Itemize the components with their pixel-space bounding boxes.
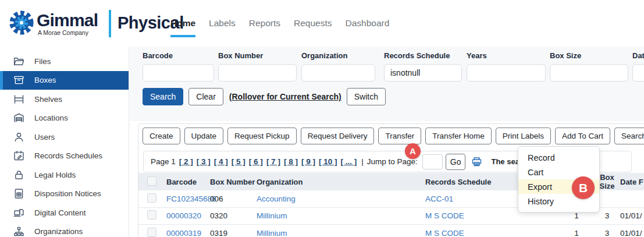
shelf-icon	[13, 93, 25, 105]
box-icon	[13, 74, 25, 86]
barcode-link[interactable]: FC102345686	[166, 194, 216, 203]
column-header-organization[interactable]: Organization	[257, 178, 425, 186]
go-button[interactable]: Go	[446, 154, 466, 170]
filter-field-years: Years	[467, 51, 546, 82]
column-header-date[interactable]: Date F	[620, 178, 644, 186]
years-label: Years	[467, 51, 546, 60]
box-number-cell: 0320	[210, 211, 257, 220]
records-schedule-link[interactable]: M S CODE	[425, 211, 464, 220]
row-checkbox[interactable]	[147, 228, 156, 237]
clear-button[interactable]: Clear	[188, 88, 223, 105]
row-checkbox[interactable]	[147, 210, 156, 220]
barcode-label: Barcode	[143, 51, 214, 60]
column-header-box-number[interactable]: Box Number	[210, 178, 257, 186]
sidebar-item-disposition-notices[interactable]: Disposition Notices	[0, 185, 129, 204]
nav-item-labels[interactable]: Labels	[209, 18, 236, 37]
page-link-5[interactable]: [ 5 ]	[232, 157, 245, 166]
org-chart-icon	[13, 225, 25, 237]
page-link-3[interactable]: [ 3 ]	[197, 157, 211, 166]
gimmal-gear-icon	[8, 9, 35, 36]
document-grid-icon	[13, 188, 25, 200]
nav-item-home[interactable]: Home	[170, 18, 195, 37]
transfer-home-button[interactable]: Transfer Home	[425, 128, 492, 144]
nav-item-dashboard[interactable]: Dashboard	[346, 18, 390, 37]
date-input[interactable]	[632, 64, 644, 82]
update-button[interactable]: Update	[184, 128, 224, 144]
sidebar-item-shelves[interactable]: Shelves	[0, 90, 129, 109]
switch-button[interactable]: Switch	[347, 88, 386, 105]
column-header-barcode[interactable]: Barcode	[166, 178, 210, 186]
page-link-4[interactable]: [ 4 ]	[214, 157, 228, 166]
sidebar-item-users[interactable]: Users	[0, 128, 129, 147]
current-page-label: Page 1	[151, 157, 176, 166]
printer-icon[interactable]	[471, 155, 483, 168]
date-cell: 01/01/	[620, 229, 644, 237]
sidebar-item-label: Records Schedules	[34, 151, 102, 160]
box-size-cell: 3	[594, 211, 620, 220]
date-label: Date	[632, 51, 644, 60]
user-icon	[13, 131, 25, 143]
box-number-cell: 006	[210, 194, 257, 203]
table-row[interactable]: 00000319 0319 Millinium M S CODE 1 3 01/…	[138, 225, 644, 237]
organization-link[interactable]: Accounting	[257, 194, 296, 203]
nav-item-reports[interactable]: Reports	[249, 18, 280, 37]
nav-item-requests[interactable]: Requests	[294, 18, 332, 37]
page-link-10[interactable]: [ 10 ]	[319, 157, 337, 166]
print-labels-button[interactable]: Print Labels	[496, 128, 551, 144]
box-size-input[interactable]	[550, 64, 628, 82]
sidebar-item-digital-content[interactable]: Digital Content	[0, 203, 129, 222]
filter-field-organization: Organization	[301, 51, 375, 82]
request-delivery-button[interactable]: Request Delivery	[301, 128, 375, 144]
page-link-8[interactable]: [ 8 ]	[284, 157, 298, 166]
app-header: Gimmal A Morae Company Physical Home Lab…	[0, 0, 644, 47]
search-button[interactable]: Search	[143, 88, 183, 105]
row-checkbox[interactable]	[147, 193, 156, 203]
calendar-pencil-icon	[13, 150, 25, 162]
records-schedule-input[interactable]	[384, 64, 462, 82]
folder-icon	[13, 55, 25, 68]
menu-item-record[interactable]: Record	[518, 150, 599, 165]
sidebar-item-files[interactable]: Files	[0, 52, 129, 71]
records-schedule-link[interactable]: ACC-01	[425, 194, 453, 203]
filter-field-box-size: Box Size	[550, 51, 628, 82]
date-cell: 01/01/	[620, 211, 644, 220]
organization-link[interactable]: Millinium	[257, 211, 287, 220]
sidebar-item-organizations[interactable]: Organizations	[0, 222, 129, 237]
page-link-6[interactable]: [ 6 ]	[249, 157, 263, 166]
sidebar-item-locations[interactable]: Locations	[0, 109, 129, 128]
filter-field-box-number: Box Number	[218, 51, 297, 82]
sidebar-item-boxes[interactable]: Boxes	[0, 71, 129, 90]
box-size-label: Box Size	[550, 51, 628, 60]
jump-to-page-input[interactable]	[422, 154, 443, 169]
filter-actions: Search Clear (Rollover for Current Searc…	[143, 88, 386, 105]
brand-divider	[109, 10, 111, 37]
page-link-2[interactable]: [ 2 ]	[179, 157, 193, 166]
create-button[interactable]: Create	[143, 128, 180, 144]
pagination-separator: |	[361, 157, 364, 166]
rollover-current-search-link[interactable]: (Rollover for Current Search)	[229, 92, 341, 101]
barcode-link[interactable]: 00000320	[166, 211, 201, 220]
laptop-document-icon	[13, 207, 25, 219]
page-link-9[interactable]: [ 9 ]	[301, 157, 315, 166]
add-to-cart-button[interactable]: Add To Cart	[555, 128, 610, 144]
years-input[interactable]	[467, 64, 546, 82]
barcode-link[interactable]: 00000319	[166, 229, 201, 237]
organization-link[interactable]: Millinium	[257, 229, 287, 237]
sidebar-item-legal-holds[interactable]: Legal Holds	[0, 165, 129, 185]
main-nav: Home Labels Reports Requests Dashboard	[170, 18, 389, 37]
select-all-checkbox[interactable]	[147, 176, 156, 186]
organization-input[interactable]	[301, 64, 375, 82]
organization-label: Organization	[301, 51, 375, 60]
box-number-input[interactable]	[218, 64, 297, 82]
barcode-input[interactable]	[143, 64, 214, 82]
records-schedule-link[interactable]: M S CODE	[425, 229, 464, 237]
page-link-7[interactable]: [ 7 ]	[266, 157, 280, 166]
annotation-badge-a: A	[405, 143, 421, 159]
request-pickup-button[interactable]: Request Pickup	[227, 128, 297, 144]
sidebar-item-label: Files	[34, 57, 51, 66]
page-link-more[interactable]: [ ... ]	[340, 157, 357, 166]
search-menu-button[interactable]: Search	[614, 128, 644, 144]
transfer-button[interactable]: Transfer	[378, 128, 421, 144]
box-size-cell: 3	[594, 229, 620, 237]
sidebar-item-records-schedules[interactable]: Records Schedules	[0, 147, 129, 166]
